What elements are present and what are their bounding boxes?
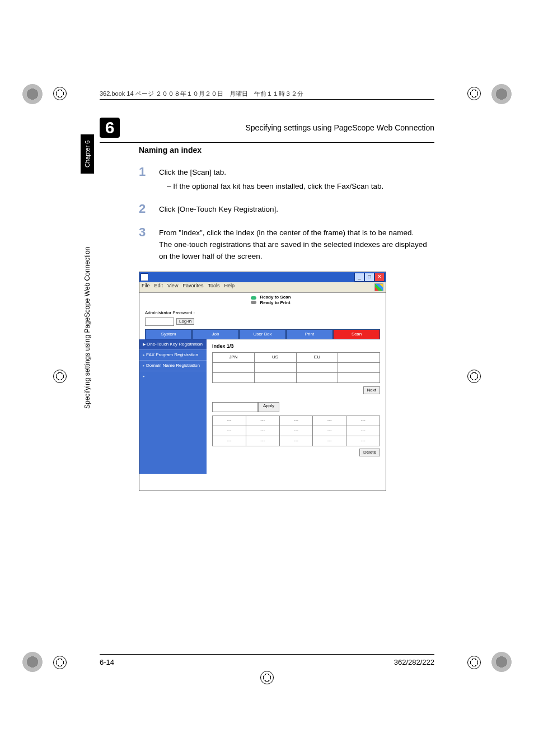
reg-cell[interactable]: --- xyxy=(246,436,280,446)
index-cell[interactable] xyxy=(338,353,380,363)
index-cell[interactable]: US xyxy=(255,353,297,363)
step-number: 1 xyxy=(139,165,159,179)
next-button[interactable]: Next xyxy=(363,386,380,394)
crop-mark xyxy=(467,87,481,100)
index-title: Index 1/3 xyxy=(212,344,380,349)
step-number: 3 xyxy=(139,225,159,240)
registration-grid: --- --- --- --- --- --- --- --- --- --- … xyxy=(212,416,380,446)
model-number: 362/282/222 xyxy=(394,658,434,666)
menu-file[interactable]: File xyxy=(142,283,150,291)
minimize-button[interactable]: _ xyxy=(354,273,364,282)
reg-cell[interactable]: --- xyxy=(213,426,246,436)
crop-mark xyxy=(467,370,481,383)
chapter-number-badge: 6 xyxy=(100,118,120,138)
reg-cell[interactable]: --- xyxy=(313,436,346,446)
step-number: 2 xyxy=(139,202,159,216)
reg-cell[interactable]: --- xyxy=(280,416,313,426)
tab-job[interactable]: Job xyxy=(192,329,239,339)
page-number: 6-14 xyxy=(100,658,114,666)
crop-mark xyxy=(260,671,274,684)
reg-cell[interactable]: --- xyxy=(346,426,380,436)
nav-domain-name[interactable]: Domain Name Registration xyxy=(139,361,207,371)
rename-input[interactable] xyxy=(212,402,258,412)
index-cell[interactable] xyxy=(213,363,255,373)
status-scan: Ready to Scan xyxy=(260,295,291,300)
crop-mark xyxy=(53,656,67,669)
registration-dot xyxy=(491,84,512,104)
index-cell[interactable] xyxy=(297,373,339,383)
maximize-button[interactable]: □ xyxy=(364,273,374,282)
running-header-title: Specifying settings using PageScope Web … xyxy=(245,123,434,132)
index-cell[interactable]: JPN xyxy=(213,353,255,363)
index-cell[interactable]: EU xyxy=(297,353,339,363)
status-light-grey-icon xyxy=(251,301,256,304)
nav-one-touch[interactable]: One-Touch Key Registration xyxy=(139,339,207,350)
section-heading: Naming an index xyxy=(139,146,434,155)
menu-edit[interactable]: Edit xyxy=(154,283,163,291)
reg-cell[interactable]: --- xyxy=(313,416,346,426)
index-cell[interactable] xyxy=(338,373,380,383)
step-text: The one-touch registrations that are sav… xyxy=(159,239,434,263)
reg-cell[interactable]: --- xyxy=(346,436,380,446)
crop-mark xyxy=(467,656,481,669)
step-3: 3 From "Index", click the index (in the … xyxy=(139,225,434,263)
menu-favorites[interactable]: Favorites xyxy=(182,283,203,291)
step-2: 2 Click [One-Touch Key Registration]. xyxy=(139,202,434,216)
status-print: Ready to Print xyxy=(260,301,291,305)
chapter-side-tab: Chapter 6 xyxy=(81,134,94,174)
step-1: 1 Click the [Scan] tab. – If the optiona… xyxy=(139,165,434,193)
tab-userbox[interactable]: User Box xyxy=(239,329,286,339)
registration-dot xyxy=(22,84,43,104)
menu-tools[interactable]: Tools xyxy=(208,283,219,291)
admin-password-label: Administrator Password : xyxy=(145,311,195,315)
step-sub-text: – If the optional fax kit has been insta… xyxy=(167,181,383,193)
reg-cell[interactable]: --- xyxy=(213,416,246,426)
window-titlebar: _ □ ✕ xyxy=(139,272,386,282)
close-button[interactable]: ✕ xyxy=(374,273,385,282)
nav-fax-program[interactable]: FAX Program Registration xyxy=(139,350,207,361)
reg-cell[interactable]: --- xyxy=(246,426,280,436)
reg-cell[interactable]: --- xyxy=(346,416,380,426)
browser-menubar: File Edit View Favorites Tools Help xyxy=(139,282,386,293)
index-grid: JPN US EU xyxy=(212,352,380,383)
embedded-screenshot: _ □ ✕ File Edit View Favorites Tools Hel… xyxy=(139,272,386,491)
reg-cell[interactable]: --- xyxy=(280,426,313,436)
tab-print[interactable]: Print xyxy=(286,329,333,339)
delete-button[interactable]: Delete xyxy=(359,449,380,456)
windows-flag-icon xyxy=(374,283,383,291)
status-light-green-icon xyxy=(251,296,256,300)
section-side-text: Specifying settings using PageScope Web … xyxy=(81,185,94,409)
left-nav: One-Touch Key Registration FAX Program R… xyxy=(139,339,207,474)
apply-button[interactable]: Apply xyxy=(258,402,279,412)
ie-icon xyxy=(140,273,148,281)
tab-scan[interactable]: Scan xyxy=(333,329,380,339)
step-text: Click the [Scan] tab. xyxy=(159,167,383,179)
index-cell[interactable] xyxy=(297,363,339,373)
admin-password-input[interactable] xyxy=(145,318,174,326)
crop-mark xyxy=(53,370,67,383)
header-rule xyxy=(100,142,434,143)
reg-cell[interactable]: --- xyxy=(313,426,346,436)
index-cell[interactable] xyxy=(255,363,297,373)
crop-mark xyxy=(53,87,67,100)
registration-dot xyxy=(491,652,512,672)
reg-cell[interactable]: --- xyxy=(280,436,313,446)
step-text: Click [One-Touch Key Registration]. xyxy=(159,204,278,216)
reg-cell[interactable]: --- xyxy=(246,416,280,426)
step-text: From "Index", click the index (in the ce… xyxy=(159,227,434,239)
book-metadata-line: 362.book 14 ページ ２００８年１０月２０日 月曜日 午前１１時３２分 xyxy=(100,90,434,100)
tab-system[interactable]: System xyxy=(145,329,192,339)
menu-help[interactable]: Help xyxy=(224,283,235,291)
index-cell[interactable] xyxy=(255,373,297,383)
reg-cell[interactable]: --- xyxy=(213,436,246,446)
login-button[interactable]: Log-in xyxy=(176,318,194,325)
index-cell[interactable] xyxy=(213,373,255,383)
registration-dot xyxy=(22,652,43,672)
index-cell[interactable] xyxy=(338,363,380,373)
menu-view[interactable]: View xyxy=(167,283,178,291)
